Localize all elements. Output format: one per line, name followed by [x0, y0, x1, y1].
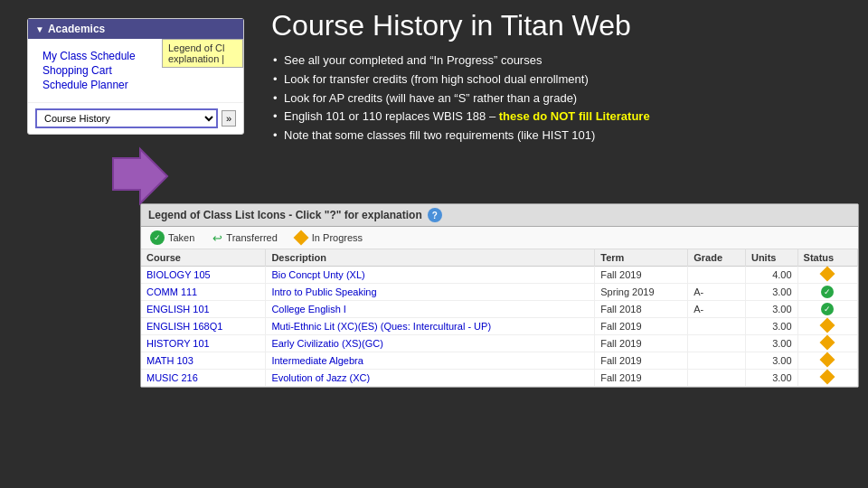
- cell-status: [797, 267, 857, 284]
- cell-status: ✓: [797, 284, 857, 301]
- course-history-dropdown[interactable]: Course History: [35, 108, 218, 128]
- bullet-item-5: Note that some classes fill two requirem…: [271, 127, 859, 145]
- cell-status: [797, 318, 857, 335]
- cell-grade: [688, 318, 746, 335]
- cell-description: Intro to Public Speaking: [266, 284, 595, 301]
- cell-status: [797, 370, 857, 387]
- legend-taken: ✓ Taken: [150, 230, 194, 245]
- sidebar-header-label: Academics: [48, 23, 105, 35]
- table-header-bar: Legend of Class List Icons - Click "?" f…: [141, 204, 858, 227]
- table-row: HISTORY 101 Early Civilizatio (XS)(GC) F…: [141, 335, 858, 352]
- cell-units: 3.00: [745, 335, 797, 352]
- highlight-text: these do NOT fill Literature: [499, 109, 650, 123]
- cell-grade: [688, 267, 746, 284]
- transferred-icon: ↩: [212, 231, 222, 245]
- status-diamond-icon: [820, 267, 835, 282]
- bullet-item-1: See all your completed and “In Progress”…: [271, 52, 859, 70]
- arrow-icon: [104, 140, 176, 212]
- table-row: ENGLISH 168Q1 Muti-Ethnic Lit (XC)(ES) (…: [141, 318, 858, 335]
- col-description: Description: [266, 249, 595, 267]
- status-diamond-icon: [820, 352, 835, 368]
- cell-course[interactable]: MATH 103: [141, 352, 266, 370]
- cell-term: Fall 2019: [595, 267, 688, 284]
- inprogress-icon: [293, 230, 308, 246]
- cell-units: 3.00: [745, 352, 797, 370]
- sidebar-header: Academics: [28, 19, 243, 39]
- cell-description: Evolution of Jazz (XC): [266, 370, 595, 387]
- legend-inprogress: In Progress: [296, 232, 363, 243]
- cell-grade: A-: [688, 301, 746, 318]
- col-course: Course: [141, 249, 266, 267]
- table-row: BIOLOGY 105 Bio Concpt Unty (XL) Fall 20…: [141, 267, 858, 284]
- bullet-list: See all your completed and “In Progress”…: [271, 52, 859, 145]
- col-term: Term: [595, 249, 688, 267]
- table-header-row: Course Description Term Grade Units Stat…: [141, 249, 858, 267]
- table-row: MATH 103 Intermediate Algebra Fall 2019 …: [141, 352, 858, 370]
- status-check-icon: ✓: [821, 286, 834, 298]
- cell-course[interactable]: BIOLOGY 105: [141, 267, 266, 284]
- question-icon[interactable]: ?: [428, 208, 442, 222]
- status-diamond-icon: [820, 318, 835, 333]
- cell-grade: [688, 335, 746, 352]
- sidebar-link-schedule-planner[interactable]: Schedule Planner: [42, 79, 229, 91]
- cell-term: Fall 2019: [595, 370, 688, 387]
- cell-course[interactable]: ENGLISH 101: [141, 301, 266, 318]
- inprogress-label: In Progress: [312, 232, 363, 243]
- bullet-item-2: Look for transfer credits (from high sch…: [271, 70, 859, 89]
- transferred-label: Transferred: [226, 232, 277, 243]
- status-check-icon: ✓: [821, 303, 834, 315]
- cell-term: Spring 2019: [595, 284, 688, 301]
- cell-units: 3.00: [745, 318, 797, 335]
- cell-course[interactable]: COMM 111: [141, 284, 266, 301]
- page-title: Course History in Titan Web: [271, 9, 859, 42]
- cell-description: Muti-Ethnic Lit (XC)(ES) (Ques: Intercul…: [266, 318, 595, 335]
- cell-units: 4.00: [745, 267, 797, 284]
- cell-grade: [688, 352, 746, 370]
- legend-box: Legend of Cl explanation |: [162, 39, 243, 68]
- cell-status: ✓: [797, 301, 857, 318]
- legend-box-line1: Legend of Cl: [168, 42, 237, 53]
- cell-description: College English I: [266, 301, 595, 318]
- legend-row: ✓ Taken ↩ Transferred In Progress: [141, 227, 858, 249]
- status-diamond-icon: [820, 335, 835, 351]
- cell-term: Fall 2018: [595, 301, 688, 318]
- bullet-item-3: Look for AP credits (will have an “S” ra…: [271, 89, 859, 108]
- cell-units: 3.00: [745, 370, 797, 387]
- cell-course[interactable]: ENGLISH 168Q1: [141, 318, 266, 335]
- table-header-title: Legend of Class List Icons - Click "?" f…: [148, 209, 422, 221]
- cell-units: 3.00: [745, 284, 797, 301]
- cell-course[interactable]: MUSIC 216: [141, 370, 266, 387]
- cell-status: [797, 335, 857, 352]
- table-row: ENGLISH 101 College English I Fall 2018 …: [141, 301, 858, 318]
- sidebar-dropdown-row: Course History »: [28, 102, 243, 134]
- taken-label: Taken: [168, 232, 194, 243]
- course-table: Course Description Term Grade Units Stat…: [141, 249, 858, 387]
- sidebar: Academics My Class Schedule Shopping Car…: [27, 18, 244, 135]
- col-units: Units: [745, 249, 797, 267]
- status-diamond-icon: [820, 370, 835, 385]
- legend-transferred: ↩ Transferred: [212, 231, 277, 245]
- col-grade: Grade: [688, 249, 746, 267]
- cell-term: Fall 2019: [595, 352, 688, 370]
- cell-description: Intermediate Algebra: [266, 352, 595, 370]
- cell-units: 3.00: [745, 301, 797, 318]
- cell-status: [797, 352, 857, 370]
- bullet-item-4: English 101 or 110 replaces WBIS 188 – t…: [271, 108, 859, 127]
- table-row: MUSIC 216 Evolution of Jazz (XC) Fall 20…: [141, 370, 858, 387]
- col-status: Status: [797, 249, 857, 267]
- cell-term: Fall 2019: [595, 318, 688, 335]
- content-area: Course History in Titan Web See all your…: [271, 9, 859, 145]
- course-history-table-container: Legend of Class List Icons - Click "?" f…: [140, 203, 859, 388]
- cell-description: Bio Concpt Unty (XL): [266, 267, 595, 284]
- cell-grade: [688, 370, 746, 387]
- cell-description: Early Civilizatio (XS)(GC): [266, 335, 595, 352]
- cell-grade: A-: [688, 284, 746, 301]
- legend-box-line2: explanation |: [168, 53, 237, 64]
- cell-term: Fall 2019: [595, 335, 688, 352]
- go-button[interactable]: »: [222, 110, 236, 127]
- table-row: COMM 111 Intro to Public Speaking Spring…: [141, 284, 858, 301]
- cell-course[interactable]: HISTORY 101: [141, 335, 266, 352]
- taken-icon: ✓: [150, 230, 165, 245]
